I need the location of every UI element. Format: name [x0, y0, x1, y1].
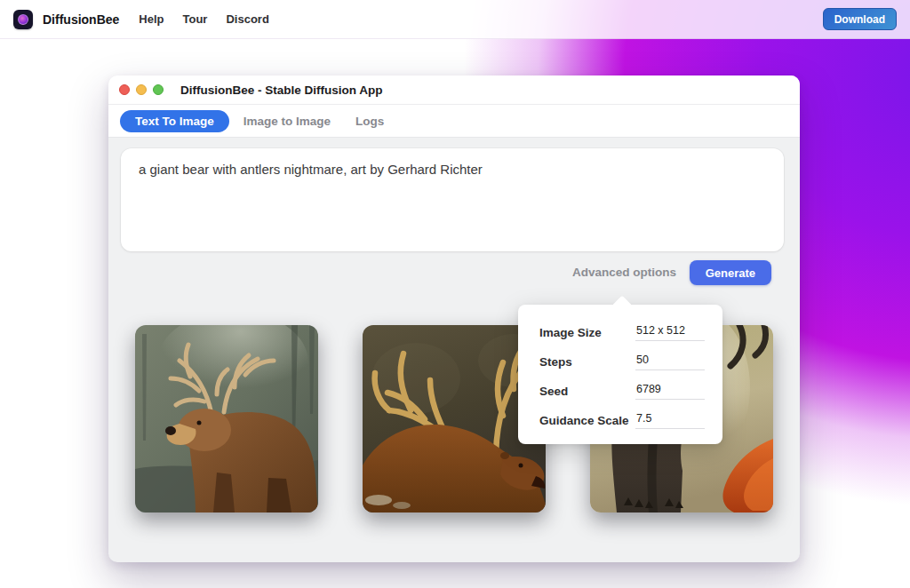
window-title: DiffusionBee - Stable Diffusion App	[180, 83, 383, 97]
diffusionbee-logo-icon	[13, 10, 33, 29]
close-window-button[interactable]	[119, 84, 130, 95]
nav-link-help[interactable]: Help	[139, 12, 164, 26]
window-titlebar: DiffusionBee - Stable Diffusion App	[108, 75, 800, 105]
traffic-lights	[119, 84, 170, 95]
image-size-label: Image Size	[539, 326, 602, 339]
top-navbar: DiffusionBee Help Tour Discord Download	[0, 0, 910, 39]
field-row-image-size: Image Size	[539, 323, 705, 341]
guidance-scale-label: Guidance Scale	[539, 414, 629, 427]
steps-input[interactable]	[635, 354, 705, 370]
page-background: DiffusionBee Help Tour Discord Download …	[0, 0, 910, 588]
minimize-window-button[interactable]	[136, 84, 147, 95]
nav-link-discord[interactable]: Discord	[226, 12, 268, 26]
app-window: DiffusionBee - Stable Diffusion App Text…	[108, 75, 800, 562]
seed-label: Seed	[539, 385, 568, 398]
seed-input[interactable]	[635, 383, 705, 400]
field-row-steps: Steps	[539, 353, 705, 370]
generate-button[interactable]: Generate	[690, 260, 771, 285]
tab-text-to-image[interactable]: Text To Image	[120, 110, 229, 132]
zoom-window-button[interactable]	[153, 84, 164, 95]
image-size-input[interactable]	[635, 324, 705, 341]
generated-image-1[interactable]	[135, 325, 318, 513]
advanced-options-toggle[interactable]: Advanced options	[572, 266, 676, 279]
logo-lens-icon	[18, 14, 28, 25]
tab-bar: Text To Image Image to Image Logs	[108, 105, 800, 138]
field-row-seed: Seed	[539, 382, 705, 400]
advanced-options-popover: Image Size Steps Seed Guidance Scale	[518, 305, 722, 444]
field-row-guidance-scale: Guidance Scale	[539, 411, 705, 429]
brand-name: DiffusionBee	[43, 12, 119, 27]
prompt-input[interactable]: a giant bear with antlers nightmare, art…	[121, 148, 784, 251]
nav-links: Help Tour Discord	[139, 12, 288, 26]
download-button[interactable]: Download	[823, 8, 897, 30]
window-content: a giant bear with antlers nightmare, art…	[108, 138, 800, 562]
popover-fields: Image Size Steps Seed Guidance Scale	[518, 305, 722, 429]
bear-antlers-forest-image	[135, 325, 318, 513]
nav-link-tour[interactable]: Tour	[183, 12, 208, 26]
tab-image-to-image[interactable]: Image to Image	[231, 110, 343, 132]
steps-label: Steps	[539, 355, 572, 369]
guidance-scale-input[interactable]	[635, 412, 705, 429]
tab-logs[interactable]: Logs	[343, 110, 396, 132]
